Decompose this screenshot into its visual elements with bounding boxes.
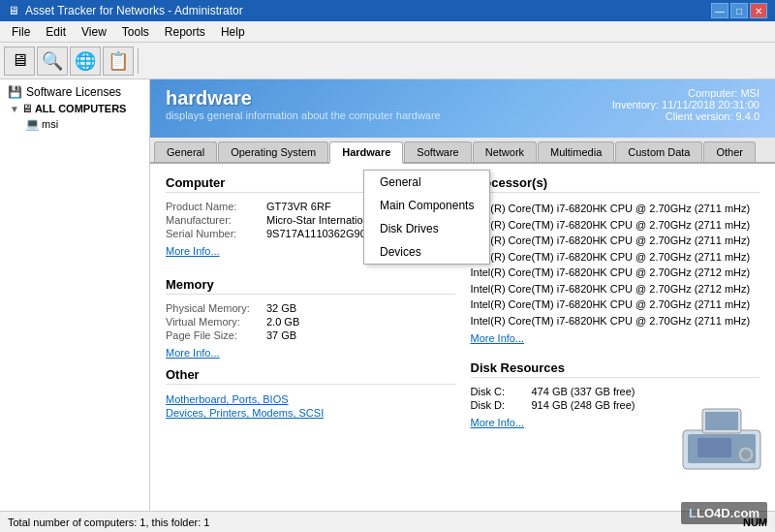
- toolbar-separator: [138, 48, 139, 74]
- tab-bar: General Operating System Hardware Softwa…: [150, 138, 775, 164]
- header-title-block: hardware displays general information ab…: [166, 87, 441, 121]
- menu-bar: File Edit View Tools Reports Help: [0, 21, 775, 43]
- other-link-2[interactable]: Devices, Printers, Modems, SCSI: [166, 407, 324, 419]
- disk-d-value: 914 GB (248 GB free): [532, 399, 636, 411]
- computer-more-info[interactable]: More Info...: [166, 245, 220, 257]
- toolbar-btn-1[interactable]: 🖥: [4, 47, 35, 76]
- virtual-memory-label: Virtual Memory:: [166, 316, 263, 328]
- page-subtitle: displays general information about the c…: [166, 110, 441, 121]
- memory-section: Memory Physical Memory: 32 GB Virtual Me…: [166, 277, 455, 360]
- disk-more-info[interactable]: More Info...: [471, 417, 525, 428]
- main-container: 💾 Software Licenses ▼ 🖥 ALL COMPUTERS 💻 …: [0, 79, 775, 511]
- title-bar-text: Asset Tracker for Networks - Administrat…: [25, 4, 243, 17]
- hardware-dropdown-menu: General Main Components Disk Drives Devi…: [363, 170, 490, 265]
- tab-other[interactable]: Other: [703, 141, 756, 162]
- disk-c-row: Disk C: 474 GB (337 GB free): [471, 386, 760, 397]
- sidebar-software-licenses[interactable]: 💾 Software Licenses: [4, 83, 145, 101]
- toolbar-btn-4[interactable]: 📋: [103, 47, 134, 76]
- menu-file[interactable]: File: [4, 23, 38, 40]
- processor-2: Intel(R) Core(TM) i7-6820HK CPU @ 2.70GH…: [471, 233, 760, 249]
- window-controls[interactable]: — □ ✕: [711, 3, 767, 18]
- menu-reports[interactable]: Reports: [157, 23, 213, 40]
- computer-name: Computer: MSI: [612, 87, 760, 99]
- processor-3: Intel(R) Core(TM) i7-6820HK CPU @ 2.70GH…: [471, 249, 760, 266]
- menu-tools[interactable]: Tools: [114, 23, 157, 40]
- software-licenses-icon: 💾: [8, 85, 22, 99]
- page-title: hardware: [166, 87, 441, 110]
- status-text: Total number of computers: 1, this folde…: [8, 516, 210, 528]
- physical-memory-label: Physical Memory:: [166, 302, 263, 314]
- toolbar-btn-2[interactable]: 🔍: [37, 47, 68, 76]
- tree-expand-icon: ▼: [10, 104, 19, 114]
- sidebar-msi[interactable]: 💻 msi: [23, 116, 145, 132]
- processor-4: Intel(R) Core(TM) i7-6820HK CPU @ 2.70GH…: [471, 265, 760, 281]
- disk-c-label: Disk C:: [471, 386, 524, 397]
- sidebar: 💾 Software Licenses ▼ 🖥 ALL COMPUTERS 💻 …: [0, 79, 150, 511]
- page-file-label: Page File Size:: [166, 329, 263, 341]
- watermark: LLO4D.com: [681, 502, 767, 524]
- sidebar-all-computers[interactable]: ▼ 🖥 ALL COMPUTERS: [8, 101, 145, 116]
- menu-help[interactable]: Help: [213, 23, 253, 40]
- all-computers-icon: 🖥: [21, 102, 33, 115]
- right-column: Processor(s) Intel(R) Core(TM) i7-6820HK…: [471, 175, 760, 429]
- svg-point-3: [741, 450, 751, 459]
- manufacturer-value: Micro-Star Internation...: [266, 214, 378, 226]
- processor-7: Intel(R) Core(TM) i7-6820HK CPU @ 2.70GH…: [471, 313, 760, 329]
- dropdown-item-devices[interactable]: Devices: [364, 240, 489, 264]
- product-name-label: Product Name:: [166, 201, 263, 212]
- processors-more-info[interactable]: More Info...: [471, 332, 525, 344]
- maximize-button[interactable]: □: [730, 3, 748, 18]
- tab-general[interactable]: General: [154, 141, 217, 162]
- close-button[interactable]: ✕: [750, 3, 767, 18]
- dropdown-item-disk-drives[interactable]: Disk Drives: [364, 217, 489, 240]
- svg-rect-6: [705, 412, 738, 430]
- processors-section: Processor(s) Intel(R) Core(TM) i7-6820HK…: [471, 175, 760, 345]
- disk-c-value: 474 GB (337 GB free): [532, 386, 636, 397]
- dropdown-item-main-components[interactable]: Main Components: [364, 194, 489, 217]
- hardware-image: [678, 401, 765, 482]
- page-file-row: Page File Size: 37 GB: [166, 329, 455, 341]
- toolbar: 🖥 🔍 🌐 📋: [0, 43, 775, 79]
- virtual-memory-value: 2.0 GB: [266, 316, 299, 328]
- physical-memory-value: 32 GB: [266, 302, 296, 314]
- memory-section-title: Memory: [166, 277, 455, 295]
- minimize-button[interactable]: —: [711, 3, 728, 18]
- msi-icon: 💻: [25, 117, 40, 131]
- client-version: Client version: 9.4.0: [612, 110, 760, 122]
- svg-rect-4: [698, 438, 731, 457]
- processor-1: Intel(R) Core(TM) i7-6820HK CPU @ 2.70GH…: [471, 217, 760, 234]
- watermark-text: LLO4D.com: [681, 502, 767, 524]
- tab-operating-system[interactable]: Operating System: [218, 141, 328, 162]
- manufacturer-label: Manufacturer:: [166, 214, 263, 226]
- processors-section-title: Processor(s): [471, 175, 760, 193]
- header-band: hardware displays general information ab…: [150, 79, 775, 138]
- content-area: hardware displays general information ab…: [150, 79, 775, 511]
- serial-number-value: 9S717A1110362G90...: [266, 228, 375, 239]
- other-link-1[interactable]: Motherboard, Ports, BIOS: [166, 393, 289, 405]
- menu-edit[interactable]: Edit: [38, 23, 74, 40]
- serial-number-label: Serial Number:: [166, 228, 263, 239]
- app-icon: 🖥: [8, 4, 19, 17]
- other-section: Other Motherboard, Ports, BIOS Devices, …: [166, 367, 455, 420]
- physical-memory-row: Physical Memory: 32 GB: [166, 302, 455, 314]
- page-file-value: 37 GB: [266, 329, 296, 341]
- memory-more-info[interactable]: More Info...: [166, 347, 220, 359]
- other-section-title: Other: [166, 367, 455, 385]
- tab-hardware[interactable]: Hardware: [329, 141, 403, 164]
- tab-network[interactable]: Network: [473, 141, 537, 162]
- menu-view[interactable]: View: [74, 23, 114, 40]
- processor-5: Intel(R) Core(TM) i7-6820HK CPU @ 2.70GH…: [471, 281, 760, 297]
- title-bar: 🖥 Asset Tracker for Networks - Administr…: [0, 0, 775, 21]
- product-name-value: GT73VR 6RF: [266, 201, 331, 212]
- tab-custom-data[interactable]: Custom Data: [615, 141, 702, 162]
- tab-software[interactable]: Software: [404, 141, 471, 162]
- toolbar-btn-3[interactable]: 🌐: [70, 47, 101, 76]
- inventory-date: Inventory: 11/11/2018 20:31:00: [612, 99, 760, 110]
- disk-resources-title: Disk Resources: [471, 360, 760, 378]
- disk-d-label: Disk D:: [471, 399, 524, 411]
- tab-multimedia[interactable]: Multimedia: [538, 141, 614, 162]
- dropdown-item-general[interactable]: General: [364, 171, 489, 194]
- status-bar: Total number of computers: 1, this folde…: [0, 511, 775, 532]
- processor-6: Intel(R) Core(TM) i7-6820HK CPU @ 2.70GH…: [471, 297, 760, 313]
- header-info-block: Computer: MSI Inventory: 11/11/2018 20:3…: [612, 87, 760, 122]
